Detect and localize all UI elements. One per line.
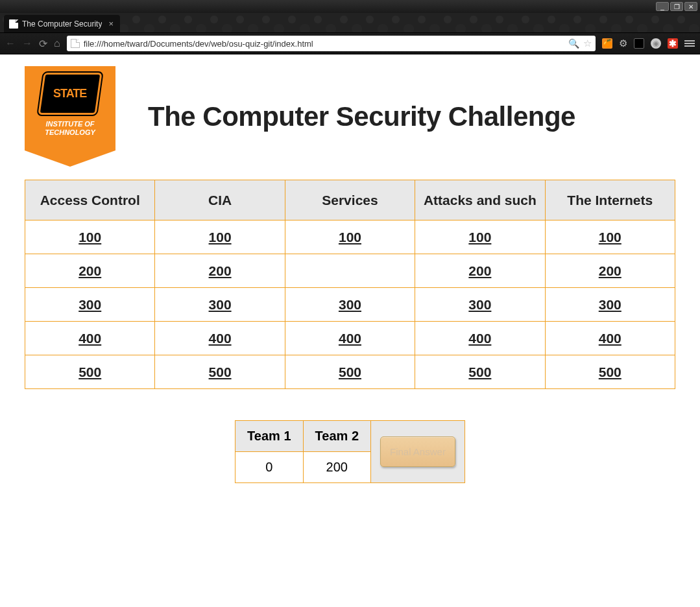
quiz-cell[interactable]: 400	[155, 322, 285, 355]
close-icon[interactable]: ×	[108, 19, 114, 29]
category-header: Access Control	[25, 180, 155, 220]
quiz-value-link[interactable]: 400	[209, 331, 232, 346]
page-content: STATE INSTITUTE OF TECHNOLOGY The Comput…	[0, 54, 700, 607]
quiz-cell[interactable]: 400	[25, 322, 155, 355]
final-answer-cell: Final Answer	[371, 421, 465, 483]
quiz-value-link[interactable]: 500	[468, 364, 491, 379]
window-titlebar: _ ❐ ✕	[0, 0, 700, 13]
reload-icon[interactable]: ⟳	[39, 38, 47, 50]
quiz-value-link[interactable]: 400	[468, 331, 491, 346]
browser-toolbar: ← → ⟳ ⌂ file:///home/tward/Documents/dev…	[0, 32, 700, 54]
category-header: The Internets	[545, 180, 675, 220]
home-icon[interactable]: ⌂	[54, 38, 60, 49]
quiz-value-link[interactable]: 300	[599, 297, 622, 312]
logo-banner: STATE INSTITUTE OF TECHNOLOGY	[25, 66, 115, 167]
menu-icon[interactable]	[684, 40, 695, 47]
quiz-value-link[interactable]: 200	[599, 263, 622, 278]
quiz-value-link[interactable]: 200	[468, 263, 491, 278]
quiz-cell[interactable]: 400	[545, 322, 675, 355]
quiz-value-link[interactable]: 500	[339, 364, 361, 379]
quiz-board: Access ControlCIAServicesAttacks and suc…	[25, 180, 675, 389]
quiz-cell[interactable]: 500	[285, 355, 415, 389]
zoom-icon[interactable]: 🔍	[568, 38, 579, 49]
quiz-value-link[interactable]: 100	[339, 230, 361, 244]
quiz-cell[interactable]: 300	[285, 288, 415, 322]
file-icon	[9, 19, 18, 29]
back-icon[interactable]: ←	[5, 38, 16, 49]
category-header: Attacks and such	[415, 180, 545, 220]
browser-tab[interactable]: The Computer Security ×	[4, 15, 120, 32]
quiz-cell[interactable]: 500	[415, 355, 545, 389]
quiz-cell[interactable]: 400	[285, 322, 415, 355]
tab-strip: The Computer Security ×	[0, 13, 700, 32]
quiz-value-link[interactable]: 100	[468, 230, 491, 244]
quiz-value-link[interactable]: 100	[599, 230, 622, 244]
score-table: Team 1 Team 2 Final Answer 0 200	[235, 420, 465, 483]
quiz-cell[interactable]: 200	[25, 254, 155, 288]
quiz-cell[interactable]: 300	[25, 288, 155, 322]
quiz-cell[interactable]: 100	[155, 220, 285, 254]
quiz-cell[interactable]: 100	[545, 220, 675, 254]
bookmark-icon[interactable]: ☆	[583, 38, 592, 49]
quiz-value-link[interactable]: 100	[209, 230, 232, 244]
page-header: STATE INSTITUTE OF TECHNOLOGY The Comput…	[0, 54, 700, 180]
osu-shield-logo: STATE	[38, 73, 102, 115]
quiz-cell[interactable]: 500	[25, 355, 155, 389]
quiz-value-link[interactable]: 100	[78, 230, 101, 244]
window-minimize-button[interactable]: _	[656, 2, 669, 11]
quiz-value-link[interactable]: 300	[468, 297, 491, 312]
team2-header: Team 2	[303, 421, 370, 452]
quiz-value-link[interactable]: 200	[78, 263, 101, 278]
quiz-value-link[interactable]: 400	[599, 331, 622, 346]
extension-icon-3[interactable]: ◉	[651, 38, 661, 49]
quiz-cell[interactable]: 200	[415, 254, 545, 288]
window-maximize-button[interactable]: ❐	[670, 2, 683, 11]
quiz-cell[interactable]: 200	[155, 254, 285, 288]
quiz-value-link[interactable]: 400	[78, 331, 101, 346]
quiz-value-link[interactable]: 300	[78, 297, 101, 312]
address-bar[interactable]: file:///home/tward/Documents/dev/web/osu…	[67, 36, 596, 51]
team1-score: 0	[235, 452, 303, 483]
extension-icon-4[interactable]: ✱	[668, 38, 678, 49]
tab-title: The Computer Security	[22, 19, 102, 29]
quiz-value-link[interactable]: 400	[339, 331, 361, 346]
logo-subtitle: INSTITUTE OF TECHNOLOGY	[45, 120, 95, 136]
quiz-cell[interactable]: 100	[415, 220, 545, 254]
quiz-cell[interactable]: 300	[415, 288, 545, 322]
quiz-cell[interactable]: 200	[545, 254, 675, 288]
quiz-cell[interactable]: 300	[155, 288, 285, 322]
quiz-value-link[interactable]: 300	[339, 297, 361, 312]
quiz-cell	[285, 254, 415, 288]
quiz-value-link[interactable]: 500	[599, 364, 622, 379]
window-close-button[interactable]: ✕	[684, 2, 697, 11]
team2-score: 200	[303, 452, 370, 483]
page-title: The Computer Security Challenge	[148, 101, 575, 132]
quiz-cell[interactable]: 300	[545, 288, 675, 322]
url-text: file:///home/tward/Documents/dev/web/osu…	[84, 39, 564, 49]
quiz-cell[interactable]: 400	[415, 322, 545, 355]
forward-icon[interactable]: →	[22, 38, 32, 49]
quiz-value-link[interactable]: 200	[209, 263, 232, 278]
quiz-value-link[interactable]: 500	[78, 364, 101, 379]
quiz-cell[interactable]: 500	[545, 355, 675, 389]
quiz-cell[interactable]: 100	[285, 220, 415, 254]
team1-header: Team 1	[235, 421, 303, 452]
gear-icon[interactable]: ⚙	[619, 38, 627, 49]
final-answer-button[interactable]: Final Answer	[380, 436, 455, 467]
category-header: CIA	[155, 180, 285, 220]
extension-icon-1[interactable]: 🍊	[602, 38, 612, 49]
category-header: Services	[285, 180, 415, 220]
page-icon	[71, 39, 80, 48]
quiz-cell[interactable]: 100	[25, 220, 155, 254]
quiz-value-link[interactable]: 300	[209, 297, 232, 312]
extension-icon-2[interactable]	[634, 38, 644, 49]
quiz-value-link[interactable]: 500	[209, 364, 232, 379]
quiz-cell[interactable]: 500	[155, 355, 285, 389]
